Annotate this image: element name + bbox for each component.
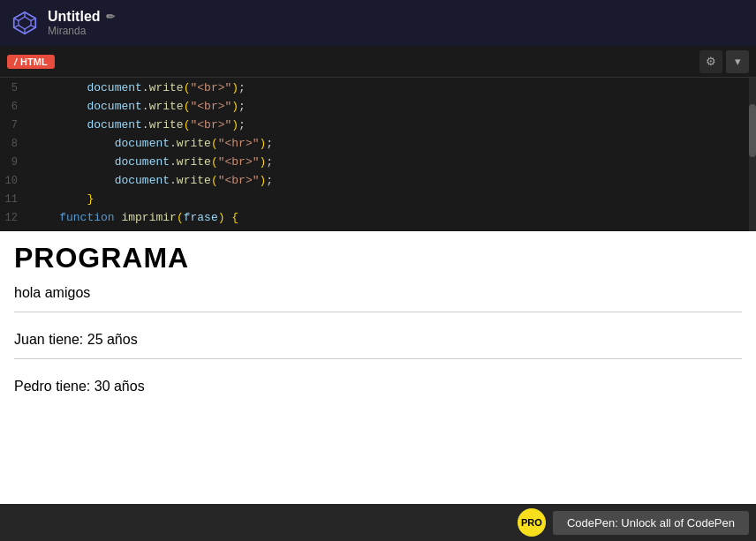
html-badge[interactable]: / HTML — [7, 55, 55, 69]
bottom-cta-bar: PRO CodePen: Unlock all of CodePen — [0, 504, 756, 541]
preview-hr2 — [14, 358, 742, 359]
svg-marker-1 — [19, 17, 31, 29]
app-logo — [11, 9, 39, 37]
preview-heading: PROGRAMA — [14, 242, 742, 274]
preview-line1: hola amigos — [14, 285, 742, 301]
code-line-6: 6 document.write("<br>"); — [0, 100, 742, 118]
title-bar: Untitled ✏ Miranda — [0, 0, 756, 46]
title-info: Untitled ✏ Miranda — [48, 9, 115, 37]
preview-space2 — [14, 370, 742, 379]
expand-button[interactable]: ▾ — [726, 50, 749, 73]
unlock-cta-button[interactable]: CodePen: Unlock all of CodePen — [553, 511, 749, 535]
code-line-7: 7 document.write("<br>"); — [0, 118, 742, 137]
code-line-9: 9 document.write("<br>"); — [0, 155, 742, 174]
html-tab-right: ⚙ ▾ — [699, 50, 749, 73]
code-line-8: 8 document.write("<hr>"); — [0, 137, 742, 155]
scrollbar-thumb[interactable] — [749, 104, 756, 157]
html-tab-left: / HTML — [7, 55, 55, 69]
preview-area: PROGRAMA hola amigos Juan tiene: 25 años… — [0, 231, 756, 541]
pro-logo: PRO — [518, 508, 546, 537]
code-content: 5 document.write("<br>"); 6 document.wri… — [0, 78, 756, 231]
html-tab-bar: / HTML ⚙ ▾ — [0, 46, 756, 78]
edit-icon[interactable]: ✏ — [106, 11, 115, 23]
user-name: Miranda — [48, 25, 115, 37]
preview-hr1 — [14, 312, 742, 312]
preview-line3: Pedro tiene: 30 años — [14, 379, 742, 394]
code-line-5: 5 document.write("<br>"); — [0, 81, 742, 100]
code-line-11: 11 } — [0, 192, 742, 211]
preview-content: PROGRAMA hola amigos Juan tiene: 25 años… — [0, 231, 756, 412]
preview-space1 — [14, 323, 742, 332]
settings-button[interactable]: ⚙ — [699, 50, 722, 73]
project-title: Untitled ✏ — [48, 9, 115, 25]
preview-line2: Juan tiene: 25 años — [14, 332, 742, 348]
badge-label: HTML — [20, 56, 48, 67]
code-line-12: 12 function imprimir(frase) { — [0, 211, 742, 229]
badge-slash: / — [14, 56, 17, 67]
scrollbar[interactable] — [749, 78, 756, 231]
code-editor: / HTML ⚙ ▾ 5 document.write("<br>"); 6 d… — [0, 46, 756, 231]
code-line-10: 10 document.write("<br>"); — [0, 174, 742, 192]
project-name-text: Untitled — [48, 9, 101, 25]
